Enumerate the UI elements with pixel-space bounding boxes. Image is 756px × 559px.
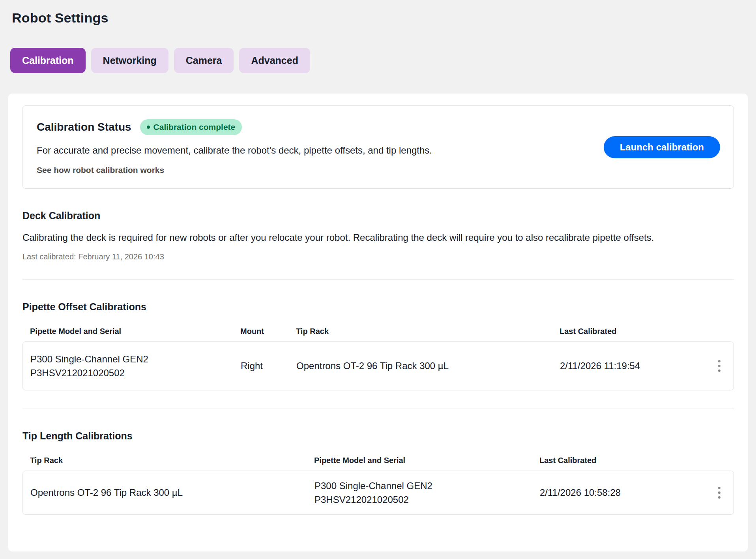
launch-calibration-button[interactable]: Launch calibration <box>604 136 720 158</box>
tab-calibration[interactable]: Calibration <box>10 48 86 73</box>
section-divider <box>22 409 734 409</box>
see-how-calibration-works-link[interactable]: See how robot calibration works <box>37 165 164 175</box>
mount-cell: Right <box>241 360 296 371</box>
page-title: Robot Settings <box>0 0 756 26</box>
tip-length-table-row: Opentrons OT-2 96 Tip Rack 300 µL P300 S… <box>22 471 734 515</box>
calibration-status-description: For accurate and precise movement, calib… <box>37 145 432 156</box>
pipette-offset-table-header: Pipette Model and Serial Mount Tip Rack … <box>22 327 734 336</box>
column-header-mount: Mount <box>240 327 296 336</box>
overflow-menu-icon <box>718 487 720 489</box>
pipette-offset-section: Pipette Offset Calibrations Pipette Mode… <box>22 301 734 390</box>
tip-rack-cell: Opentrons OT-2 96 Tip Rack 300 µL <box>296 360 560 371</box>
tip-rack-cell: Opentrons OT-2 96 Tip Rack 300 µL <box>30 487 314 498</box>
tip-length-row-menu-button[interactable] <box>711 481 728 505</box>
tip-length-table-header: Tip Rack Pipette Model and Serial Last C… <box>22 456 734 465</box>
column-header-last-calibrated: Last Calibrated <box>539 456 710 465</box>
column-header-tip-rack: Tip Rack <box>30 456 314 465</box>
column-header-last-calibrated: Last Calibrated <box>560 327 710 336</box>
tab-camera[interactable]: Camera <box>174 48 234 73</box>
deck-last-calibrated: Last calibrated: February 11, 2026 10:43 <box>22 252 734 261</box>
tab-advanced[interactable]: Advanced <box>239 48 310 73</box>
tip-length-heading: Tip Length Calibrations <box>22 430 734 442</box>
calibration-status-heading: Calibration Status <box>37 121 131 133</box>
status-dot-icon <box>147 126 150 129</box>
settings-tabs: Calibration Networking Camera Advanced <box>10 48 756 73</box>
deck-calibration-heading: Deck Calibration <box>22 210 734 221</box>
calibration-complete-badge: Calibration complete <box>140 119 242 135</box>
pipette-model-serial-cell: P300 Single-Channel GEN2 P3HSV2120210205… <box>30 352 241 380</box>
pipette-offset-row-menu-button[interactable] <box>711 354 728 378</box>
pipette-offset-table-row: P300 Single-Channel GEN2 P3HSV2120210205… <box>22 341 734 390</box>
column-header-pipette-model: Pipette Model and Serial <box>30 327 240 336</box>
pipette-offset-heading: Pipette Offset Calibrations <box>22 301 734 313</box>
last-calibrated-cell: 2/11/2026 10:58:28 <box>540 487 710 498</box>
deck-calibration-description: Calibrating the deck is required for new… <box>22 229 717 246</box>
last-calibrated-cell: 2/11/2026 11:19:54 <box>560 360 710 371</box>
calibration-status-content: Calibration Status Calibration complete … <box>37 119 432 175</box>
column-header-tip-rack: Tip Rack <box>296 327 560 336</box>
column-header-pipette-model: Pipette Model and Serial <box>314 456 539 465</box>
overflow-menu-icon <box>718 360 720 362</box>
pipette-model-serial-cell: P300 Single-Channel GEN2 P3HSV2120210205… <box>314 479 540 506</box>
calibration-panel: Calibration Status Calibration complete … <box>8 94 748 551</box>
tab-networking[interactable]: Networking <box>91 48 168 73</box>
calibration-status-banner: Calibration Status Calibration complete … <box>22 105 734 189</box>
section-divider <box>22 280 734 280</box>
tip-length-section: Tip Length Calibrations Tip Rack Pipette… <box>22 430 734 515</box>
calibration-complete-badge-label: Calibration complete <box>153 122 236 132</box>
deck-calibration-section: Deck Calibration Calibrating the deck is… <box>22 210 734 261</box>
